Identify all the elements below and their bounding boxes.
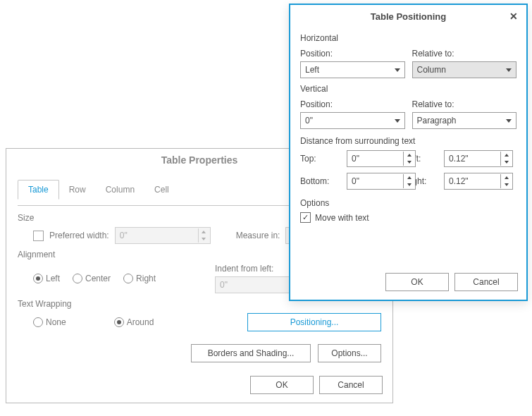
distance-section-label: Distance from surrounding text — [300, 136, 516, 146]
table-options-button[interactable]: Options... — [318, 344, 381, 362]
chevron-down-icon — [506, 68, 512, 72]
right-spinbox[interactable]: 0.12" — [444, 173, 513, 190]
move-with-text-checkbox[interactable] — [300, 212, 311, 223]
h-position-label: Position: — [300, 49, 405, 59]
alignment-center-radio[interactable] — [73, 274, 82, 283]
borders-shading-button[interactable]: Borders and Shading... — [191, 344, 311, 362]
vertical-section-label: Vertical — [300, 84, 516, 94]
cancel-button[interactable]: Cancel — [319, 376, 383, 394]
chevron-down-icon — [395, 68, 400, 72]
bottom-label: Bottom: — [300, 176, 341, 186]
v-position-label: Position: — [300, 99, 405, 109]
ok-button[interactable]: OK — [250, 376, 314, 394]
cancel-button[interactable]: Cancel — [454, 273, 518, 291]
top-label: Top: — [300, 154, 341, 164]
ok-button[interactable]: OK — [385, 273, 449, 291]
chevron-down-icon — [506, 119, 512, 123]
chevron-down-icon — [395, 119, 400, 123]
tab-cell[interactable]: Cell — [144, 181, 179, 199]
preferred-width-input: 0" — [115, 227, 211, 244]
table-positioning-dialog: Table Positioning ✕ Horizontal Position:… — [289, 4, 528, 301]
tab-row[interactable]: Row — [59, 181, 96, 199]
tab-column[interactable]: Column — [96, 181, 144, 199]
bottom-spinbox[interactable]: 0" — [347, 173, 416, 190]
dialog-title: Table Positioning — [371, 11, 446, 22]
preferred-width-checkbox[interactable] — [33, 231, 44, 241]
positioning-button[interactable]: Positioning... — [247, 313, 381, 331]
alignment-right-radio[interactable] — [123, 274, 133, 283]
top-spinbox[interactable]: 0" — [347, 150, 416, 167]
alignment-left-radio[interactable] — [33, 274, 43, 283]
v-relative-select[interactable]: Paragraph — [412, 112, 517, 129]
tab-table[interactable]: Table — [18, 180, 59, 200]
wrapping-around-radio[interactable] — [114, 317, 124, 327]
options-section-label: Options — [300, 198, 516, 208]
preferred-width-label: Preferred width: — [49, 231, 109, 240]
move-with-text-label: Move with text — [315, 213, 369, 223]
left-spinbox[interactable]: 0.12" — [444, 150, 513, 167]
close-icon[interactable]: ✕ — [507, 9, 521, 23]
wrapping-none-radio[interactable] — [33, 317, 43, 327]
v-relative-label: Relative to: — [412, 99, 517, 109]
measure-in-label: Measure in: — [236, 231, 280, 240]
v-position-select[interactable]: 0" — [300, 112, 405, 129]
horizontal-section-label: Horizontal — [300, 33, 516, 43]
h-relative-select[interactable]: Column — [412, 61, 517, 78]
h-position-select[interactable]: Left — [300, 61, 405, 78]
h-relative-label: Relative to: — [412, 49, 517, 59]
